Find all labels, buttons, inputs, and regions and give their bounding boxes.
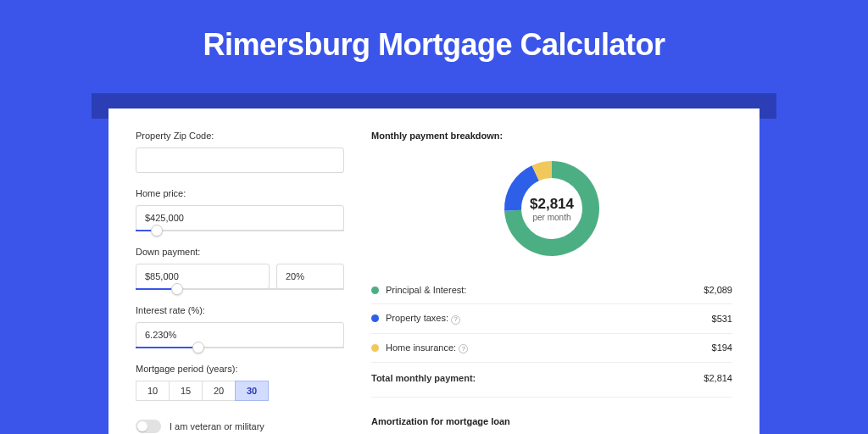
- legend-label: Property taxes: ?: [386, 313, 705, 325]
- home-price-field: Home price:: [136, 188, 344, 231]
- legend-row: Home insurance: ?$194: [371, 333, 732, 363]
- total-value: $2,814: [704, 373, 732, 383]
- donut-chart-wrap: $2,814 per month: [371, 151, 732, 276]
- interest-input[interactable]: [136, 322, 344, 348]
- zip-label: Property Zip Code:: [136, 131, 344, 141]
- veteran-label: I am veteran or military: [170, 421, 264, 431]
- home-price-label: Home price:: [136, 188, 344, 198]
- slider-handle[interactable]: [171, 283, 183, 295]
- page-title: Rimersburg Mortgage Calculator: [0, 0, 868, 81]
- legend-label: Home insurance: ?: [386, 342, 705, 354]
- slider-handle[interactable]: [192, 342, 204, 353]
- down-payment-field: Down payment:: [136, 247, 344, 290]
- legend: Principal & Interest: $2,089Property tax…: [371, 276, 732, 362]
- donut-center: $2,814 per month: [499, 156, 604, 261]
- donut-sub: per month: [532, 213, 570, 222]
- toggle-knob: [137, 421, 147, 431]
- period-option-20[interactable]: 20: [202, 381, 236, 401]
- total-row: Total monthly payment: $2,814: [371, 362, 732, 393]
- down-payment-pct-input[interactable]: [276, 264, 344, 289]
- interest-label: Interest rate (%):: [136, 305, 344, 315]
- breakdown-title: Monthly payment breakdown:: [371, 131, 732, 141]
- slider-handle[interactable]: [151, 225, 163, 236]
- zip-field: Property Zip Code:: [136, 131, 344, 173]
- legend-value: $2,089: [704, 285, 732, 295]
- total-label: Total monthly payment:: [371, 373, 704, 383]
- help-icon[interactable]: ?: [451, 315, 460, 325]
- donut-chart: $2,814 per month: [499, 156, 604, 261]
- help-icon[interactable]: ?: [459, 344, 468, 353]
- home-price-slider[interactable]: [136, 230, 344, 231]
- calculator-card: Property Zip Code: Home price: Down paym…: [108, 108, 760, 434]
- zip-input[interactable]: [136, 147, 344, 173]
- interest-field: Interest rate (%):: [136, 305, 344, 348]
- period-option-15[interactable]: 15: [169, 381, 203, 401]
- down-payment-label: Down payment:: [136, 247, 344, 257]
- legend-value: $194: [712, 342, 732, 353]
- legend-value: $531: [712, 314, 732, 324]
- slider-fill: [136, 347, 198, 348]
- period-options: 10152030: [136, 381, 344, 401]
- legend-row: Property taxes: ?$531: [371, 303, 732, 333]
- down-payment-slider[interactable]: [136, 288, 344, 290]
- legend-dot: [371, 344, 379, 352]
- amortization-title: Amortization for mortgage loan: [371, 397, 732, 426]
- period-field: Mortgage period (years): 10152030: [136, 364, 344, 401]
- period-label: Mortgage period (years):: [136, 364, 344, 374]
- legend-dot: [371, 314, 379, 322]
- legend-row: Principal & Interest: $2,089: [371, 276, 732, 303]
- legend-dot: [371, 287, 379, 294]
- breakdown-column: Monthly payment breakdown: $2,814 per mo…: [371, 131, 732, 434]
- interest-slider[interactable]: [136, 347, 344, 348]
- veteran-toggle-row: I am veteran or military: [136, 420, 344, 433]
- veteran-toggle[interactable]: [136, 420, 161, 433]
- legend-label: Principal & Interest:: [386, 285, 697, 295]
- home-price-input[interactable]: [136, 205, 344, 231]
- period-option-10[interactable]: 10: [136, 381, 170, 401]
- down-payment-amount-input[interactable]: [136, 264, 270, 289]
- form-column: Property Zip Code: Home price: Down paym…: [136, 131, 344, 434]
- period-option-30[interactable]: 30: [235, 381, 269, 401]
- donut-amount: $2,814: [530, 196, 574, 213]
